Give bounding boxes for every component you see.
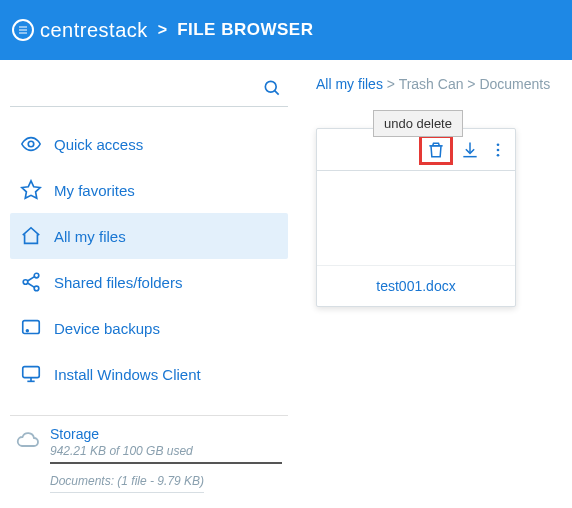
svg-rect-12 <box>23 321 40 334</box>
storage-title: Storage <box>50 426 282 442</box>
svg-point-8 <box>23 280 28 285</box>
breadcrumb-root[interactable]: All my files <box>316 76 383 92</box>
breadcrumb-sep: > <box>467 76 475 92</box>
breadcrumb-separator-icon: > <box>158 21 167 39</box>
storage-detail: Documents: (1 file - 9.79 KB) <box>50 474 204 493</box>
download-icon[interactable] <box>459 139 481 161</box>
svg-point-18 <box>497 148 500 151</box>
svg-point-17 <box>497 143 500 146</box>
brand-name: centrestack <box>40 19 148 42</box>
sidebar-item-shared[interactable]: Shared files/folders <box>10 259 288 305</box>
storage-usage: 942.21 KB of 100 GB used <box>50 444 282 464</box>
tooltip-undo-delete: undo delete <box>373 110 463 137</box>
svg-marker-6 <box>22 181 40 198</box>
breadcrumb: All my files > Trash Can > Documents <box>316 76 564 92</box>
search-bar[interactable] <box>10 74 288 107</box>
more-icon[interactable] <box>487 139 509 161</box>
sidebar-item-label: Shared files/folders <box>54 274 182 291</box>
search-input[interactable] <box>12 74 262 102</box>
monitor-icon <box>20 363 42 385</box>
eye-icon <box>20 133 42 155</box>
sidebar-item-quick-access[interactable]: Quick access <box>10 121 288 167</box>
file-name[interactable]: test001.docx <box>317 265 515 306</box>
search-icon[interactable] <box>262 78 282 98</box>
sidebar-item-all-files[interactable]: All my files <box>10 213 288 259</box>
cloud-icon <box>16 428 42 493</box>
sidebar-item-install-client[interactable]: Install Windows Client <box>10 351 288 397</box>
sidebar-item-label: Install Windows Client <box>54 366 201 383</box>
breadcrumb-leaf: Documents <box>479 76 550 92</box>
svg-point-13 <box>26 330 28 332</box>
highlight-box <box>419 135 453 165</box>
undo-delete-icon[interactable] <box>425 139 447 161</box>
sidebar-item-favorites[interactable]: My favorites <box>10 167 288 213</box>
file-thumbnail <box>317 171 515 265</box>
sidebar-item-label: Quick access <box>54 136 143 153</box>
svg-point-3 <box>265 81 276 92</box>
device-icon <box>20 317 42 339</box>
breadcrumb-sep: > <box>387 76 395 92</box>
svg-line-11 <box>28 283 35 287</box>
page-title: FILE BROWSER <box>177 20 313 40</box>
svg-rect-14 <box>23 367 40 378</box>
svg-point-7 <box>34 273 39 278</box>
svg-point-5 <box>28 141 34 147</box>
sidebar-item-device-backups[interactable]: Device backups <box>10 305 288 351</box>
brand-logo-icon <box>12 19 34 41</box>
storage-panel: Storage 942.21 KB of 100 GB used Documen… <box>10 415 288 493</box>
file-card[interactable]: test001.docx <box>316 128 516 307</box>
sidebar-item-label: My favorites <box>54 182 135 199</box>
home-icon <box>20 225 42 247</box>
star-icon <box>20 179 42 201</box>
sidebar-item-label: Device backups <box>54 320 160 337</box>
svg-line-10 <box>28 277 35 281</box>
svg-point-9 <box>34 286 39 291</box>
sidebar-item-label: All my files <box>54 228 126 245</box>
svg-line-4 <box>275 91 279 95</box>
svg-point-19 <box>497 153 500 156</box>
breadcrumb-mid[interactable]: Trash Can <box>399 76 464 92</box>
share-icon <box>20 271 42 293</box>
